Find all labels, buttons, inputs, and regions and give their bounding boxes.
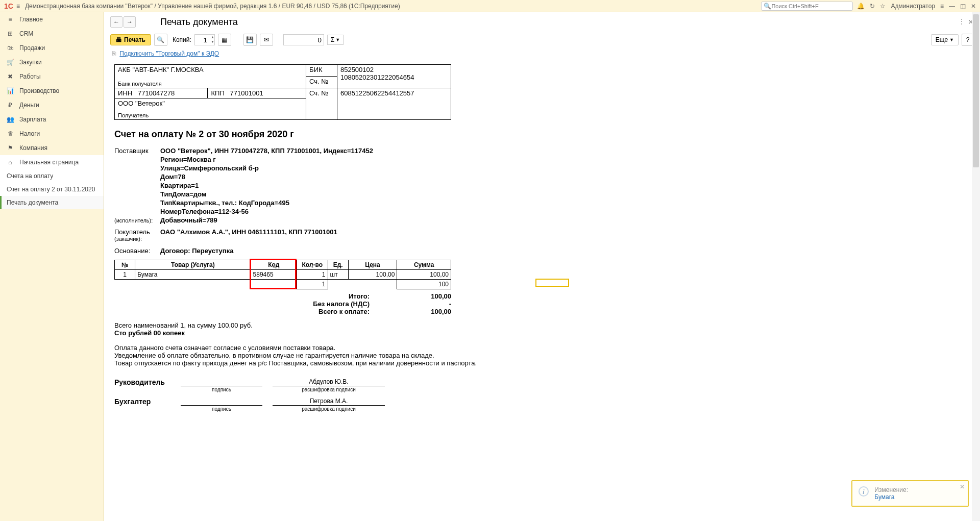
- chevron-down-icon: ▼: [335, 37, 340, 42]
- spinner-down[interactable]: ▼: [211, 39, 214, 44]
- window-title: Демонстрационная база компании "Ветерок"…: [25, 3, 761, 10]
- nav-production[interactable]: 📊Производство: [0, 84, 104, 98]
- chevron-down-icon: ▼: [949, 37, 954, 42]
- page-title: Печать документа: [160, 17, 238, 28]
- people-icon: 👥: [6, 116, 14, 123]
- items-table-wrap: №1 Товар (Услуга)2 Код3 Кол-во4 Ед.5 Цен…: [114, 260, 564, 289]
- sidebar: ≡Главное ⊞CRM 🛍Продажи 🛒Закупки ✖Работы …: [0, 12, 104, 521]
- edo-row: ⎘ Подключить "Торговый дом" к ЭДО: [104, 48, 980, 59]
- nav-purchases[interactable]: 🛒Закупки: [0, 55, 104, 69]
- notification-title: Изменение:: [874, 486, 908, 493]
- floppy-icon: 💾: [246, 36, 254, 43]
- notification-popup: ✕ i Изменение: Бумага: [851, 480, 969, 507]
- totals-block: Итого:100,00 Без налога (НДС)- Всего к о…: [114, 292, 451, 315]
- close-icon[interactable]: ✕: [971, 3, 976, 10]
- nav-money[interactable]: ₽Деньги: [0, 98, 104, 112]
- nav-crm[interactable]: ⊞CRM: [0, 27, 104, 41]
- content-header: ← → Печать документа ⋮ ✕: [104, 12, 980, 32]
- app-logo: 1С: [4, 2, 13, 10]
- crm-icon: ⊞: [6, 30, 14, 37]
- notification-close-icon[interactable]: ✕: [960, 483, 965, 490]
- info-icon: i: [859, 486, 869, 497]
- notification-link[interactable]: Бумага: [874, 493, 908, 501]
- tab-invoice-2[interactable]: Счет на оплату 2 от 30.11.2020: [0, 183, 104, 196]
- search-input[interactable]: [771, 3, 850, 9]
- house-icon: ⌂: [6, 159, 14, 166]
- printable-document: АКБ "АВТ-БАНК" Г.МОСКВА Банк получателя …: [114, 64, 564, 406]
- items-table: №1 Товар (Услуга)2 Код3 Кол-во4 Ед.5 Цен…: [114, 260, 451, 289]
- nav-forward-button[interactable]: →: [124, 16, 136, 28]
- nav-taxes[interactable]: ♛Налоги: [0, 127, 104, 141]
- cart-icon: 🛒: [6, 59, 14, 66]
- settings-icon[interactable]: ≡: [940, 3, 944, 10]
- minimize-icon[interactable]: —: [949, 3, 955, 10]
- vertical-scrollbar[interactable]: [972, 12, 980, 521]
- flag-icon: ⚑: [6, 144, 14, 152]
- printer-icon: 🖶: [116, 36, 122, 43]
- menu-icon[interactable]: ≡: [16, 3, 20, 10]
- sales-icon: 🛍: [6, 44, 14, 52]
- grid-icon: ▦: [222, 36, 227, 43]
- maximize-icon[interactable]: ◫: [960, 3, 966, 10]
- invoice-title: Счет на оплату № 2 от 30 ноября 2020 г: [114, 129, 564, 140]
- director-signature: Руководитель подпись Абдулов Ю.В.расшифр…: [114, 378, 564, 386]
- user-label[interactable]: Администратор: [891, 3, 935, 10]
- scrollbar-thumb[interactable]: [973, 14, 979, 167]
- bank-table: АКБ "АВТ-БАНК" Г.МОСКВА Банк получателя …: [114, 64, 451, 120]
- titlebar: 1С ≡ Демонстрационная база компании "Вет…: [0, 0, 980, 12]
- nav-sales[interactable]: 🛍Продажи: [0, 41, 104, 55]
- copies-label: Копий:: [173, 36, 191, 43]
- content-area: ← → Печать документа ⋮ ✕ 🖶 Печать 🔍 Копи…: [104, 12, 980, 521]
- home-icon: ≡: [6, 16, 14, 23]
- document-scroll[interactable]: АКБ "АВТ-БАНК" Г.МОСКВА Банк получателя …: [104, 59, 980, 521]
- sum-button[interactable]: Σ▼: [327, 35, 344, 45]
- toolbar: 🖶 Печать 🔍 Копий: ▲▼ ▦ 💾 ✉ Σ▼ Еще▼ ?: [104, 32, 980, 48]
- nav-back-button[interactable]: ←: [110, 16, 122, 28]
- mail-icon: ✉: [264, 36, 269, 43]
- sigma-icon: Σ: [331, 36, 334, 43]
- summary-block: Всего наименований 1, на сумму 100,00 ру…: [114, 321, 564, 337]
- save-button[interactable]: 💾: [243, 34, 257, 46]
- kebab-icon[interactable]: ⋮: [959, 18, 965, 26]
- spinner-up[interactable]: ▲: [211, 35, 214, 39]
- more-button[interactable]: Еще▼: [931, 34, 959, 45]
- number-field[interactable]: [283, 34, 324, 45]
- tab-print-doc[interactable]: Печать документа: [0, 196, 104, 209]
- search-icon: 🔍: [764, 3, 771, 10]
- magnifier-icon: 🔍: [157, 36, 164, 43]
- star-icon[interactable]: ☆: [880, 3, 886, 10]
- email-button[interactable]: ✉: [260, 34, 273, 46]
- works-icon: ✖: [6, 73, 14, 80]
- table-row: 1 Бумага 589465 1 шт 100,00 100,00: [115, 270, 451, 280]
- table-footer-row: 1 100: [115, 280, 451, 289]
- edo-icon: ⎘: [112, 50, 116, 57]
- edo-link[interactable]: Подключить "Торговый дом" к ЭДО: [119, 50, 219, 57]
- crown-icon: ♛: [6, 130, 14, 137]
- global-search[interactable]: 🔍: [761, 2, 853, 11]
- nav-start-page[interactable]: ⌂Начальная страница: [0, 155, 104, 169]
- nav-salary[interactable]: 👥Зарплата: [0, 112, 104, 127]
- nav-company[interactable]: ⚑Компания: [0, 141, 104, 155]
- bell-icon[interactable]: 🔔: [857, 3, 865, 10]
- accountant-signature: Бухгалтер подпись Петрова М.А.расшифровк…: [114, 398, 564, 406]
- nav-main[interactable]: ≡Главное: [0, 12, 104, 27]
- preview-button[interactable]: 🔍: [154, 34, 167, 46]
- money-icon: ₽: [6, 102, 14, 109]
- table-button[interactable]: ▦: [218, 34, 231, 46]
- print-button[interactable]: 🖶 Печать: [110, 34, 151, 45]
- active-spreadsheet-cell[interactable]: [535, 279, 569, 287]
- nav-works[interactable]: ✖Работы: [0, 69, 104, 84]
- notes-block: Оплата данного счета означает согласие с…: [114, 344, 564, 367]
- tab-invoices[interactable]: Счета на оплату: [0, 169, 104, 183]
- history-icon[interactable]: ↻: [870, 3, 875, 10]
- chart-icon: 📊: [6, 87, 14, 94]
